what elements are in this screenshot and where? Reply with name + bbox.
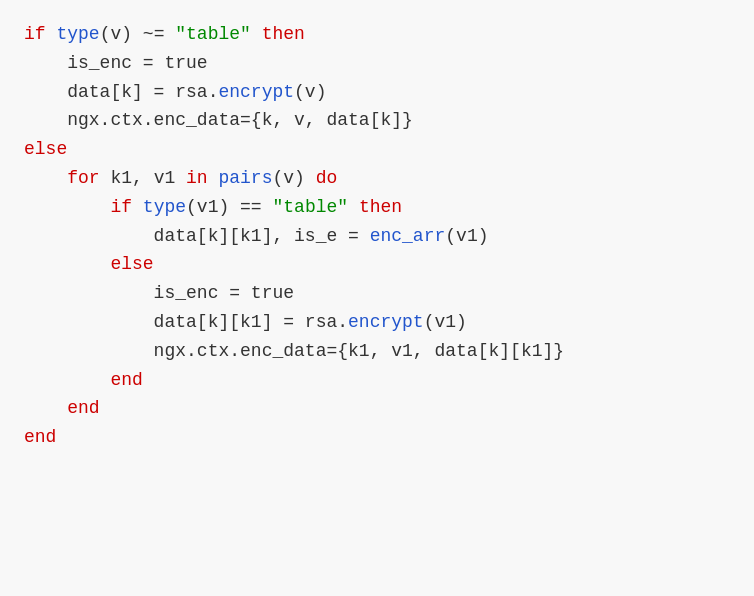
code-token-plain <box>24 370 110 390</box>
code-token-plain: k1, v1 <box>100 168 186 188</box>
code-token-plain: (v) ~= <box>100 24 176 44</box>
code-token-plain: (v1) == <box>186 197 272 217</box>
code-token-kw: end <box>24 427 56 447</box>
code-token-plain <box>24 398 67 418</box>
code-token-plain: (v) <box>294 82 326 102</box>
code-token-plain: data[k][k1] = rsa. <box>24 312 348 332</box>
code-token-plain: is_enc = true <box>24 283 294 303</box>
code-token-kw: else <box>24 139 67 159</box>
code-token-plain: ngx.ctx.enc_data={k1, v1, data[k][k1]} <box>24 341 564 361</box>
code-line: data[k][k1], is_e = enc_arr(v1) <box>24 222 730 251</box>
code-line: end <box>24 394 730 423</box>
code-line: for k1, v1 in pairs(v) do <box>24 164 730 193</box>
code-token-kw: end <box>110 370 142 390</box>
code-token-kw: else <box>110 254 153 274</box>
code-line: if type(v) ~= "table" then <box>24 20 730 49</box>
code-token-fn: type <box>143 197 186 217</box>
code-token-fn: encrypt <box>218 82 294 102</box>
code-line: end <box>24 423 730 452</box>
code-token-plain <box>24 254 110 274</box>
code-token-str: "table" <box>272 197 348 217</box>
code-token-plain <box>24 168 67 188</box>
code-token-plain <box>46 24 57 44</box>
code-token-fn: encrypt <box>348 312 424 332</box>
code-token-kw: then <box>359 197 402 217</box>
code-token-plain <box>348 197 359 217</box>
code-line: ngx.ctx.enc_data={k, v, data[k]} <box>24 106 730 135</box>
code-token-plain <box>24 197 110 217</box>
code-token-str: "table" <box>175 24 251 44</box>
code-token-plain <box>208 168 219 188</box>
code-token-plain: data[k] = rsa. <box>24 82 218 102</box>
code-token-plain <box>132 197 143 217</box>
code-token-fn: pairs <box>218 168 272 188</box>
code-line: ngx.ctx.enc_data={k1, v1, data[k][k1]} <box>24 337 730 366</box>
code-token-kw: do <box>316 168 338 188</box>
code-block: if type(v) ~= "table" then is_enc = true… <box>0 0 754 596</box>
code-token-plain: data[k][k1], is_e = <box>24 226 370 246</box>
code-line: data[k][k1] = rsa.encrypt(v1) <box>24 308 730 337</box>
code-token-plain: ngx.ctx.enc_data={k, v, data[k]} <box>24 110 413 130</box>
code-line: end <box>24 366 730 395</box>
code-token-fn: enc_arr <box>370 226 446 246</box>
code-line: else <box>24 250 730 279</box>
code-token-kw: if <box>110 197 132 217</box>
code-line: if type(v1) == "table" then <box>24 193 730 222</box>
code-token-fn: type <box>56 24 99 44</box>
code-token-kw: in <box>186 168 208 188</box>
code-token-plain <box>251 24 262 44</box>
code-token-plain: (v1) <box>445 226 488 246</box>
code-token-kw: end <box>67 398 99 418</box>
code-token-kw: then <box>262 24 305 44</box>
code-line: else <box>24 135 730 164</box>
code-token-plain: (v) <box>272 168 315 188</box>
code-token-kw: for <box>67 168 99 188</box>
code-line: is_enc = true <box>24 49 730 78</box>
code-token-plain: (v1) <box>424 312 467 332</box>
code-token-kw: if <box>24 24 46 44</box>
code-token-plain: is_enc = true <box>24 53 208 73</box>
code-line: is_enc = true <box>24 279 730 308</box>
code-line: data[k] = rsa.encrypt(v) <box>24 78 730 107</box>
